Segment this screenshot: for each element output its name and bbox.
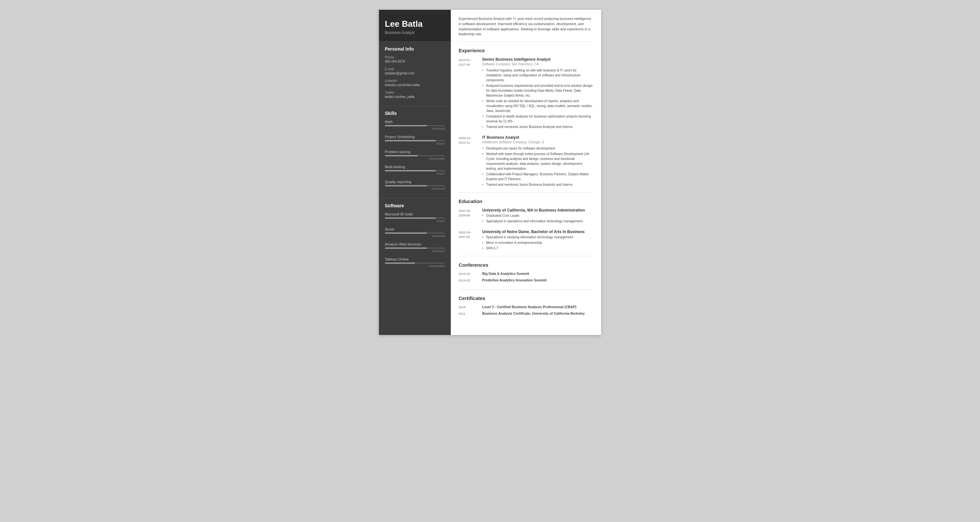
contact-label: LinkedIn (385, 79, 445, 83)
education-container: 2007-09 -2009-06 University of Californi… (459, 208, 593, 251)
certificates-section: Certificates 2016 Level 3 - Certified Bu… (459, 295, 593, 322)
conference-entry: 2015-03 Big Data & Analytics Summit (459, 271, 593, 276)
software-level: Advanced (385, 235, 445, 238)
skill-bar-fill (385, 170, 436, 171)
skill-name: Project Scheduling (385, 135, 445, 139)
software-section: Software Microsoft BI Suite Expert Azure… (379, 198, 451, 276)
skills-section: Skills Math Advanced Project Scheduling … (379, 106, 451, 198)
entry-title: University of Notre Dame, Bachelor of Ar… (482, 230, 593, 234)
skill-level: Intermediate (385, 157, 445, 160)
entry-title: Senior Business Intelligence Analyst (482, 57, 593, 62)
entry-date: 2009-10 -2012-12 (459, 135, 482, 188)
experience-entry: 2009-10 -2012-12 IT Business Analyst Hea… (459, 135, 593, 188)
software-bar-bg (385, 248, 445, 249)
skill-bar-fill (385, 125, 427, 126)
bullet-item: Graduated Cum Laude. (482, 213, 593, 218)
entry-subtitle: Healthcare Software Company, Chicago, IL (482, 140, 593, 144)
sidebar-header: Lee Batla Business Analyst (379, 10, 451, 41)
resume-wrapper: Lee Batla Business Analyst Personal Info… (379, 10, 601, 335)
skill-level: Advanced (385, 187, 445, 190)
conf-name: Predictive Analytics Innovation Summit (482, 278, 593, 282)
entry-bullets: Traveled regularly, working on-site with… (482, 68, 593, 129)
personal-info-section: Personal Info Phone455-555-5676E-mailbat… (379, 41, 451, 106)
entry-bullets: Specialized in studying information tech… (482, 235, 593, 251)
software-container: Microsoft BI Suite Expert Azure Advanced… (385, 212, 445, 268)
conferences-section: Conferences 2015-03 Big Data & Analytics… (459, 262, 593, 290)
skill-level: Expert (385, 142, 445, 145)
contact-label: Twitter (385, 91, 445, 94)
bullet-item: Minor in innovation & entrepreneurship (482, 240, 593, 245)
skill-item: Problem solving Intermediate (385, 150, 445, 160)
bullet-item: GPA 3.7 (482, 246, 593, 251)
bullet-item: Trained and mentored Junior Business Ana… (482, 182, 593, 187)
skills-container: Math Advanced Project Scheduling Expert … (385, 120, 445, 190)
skill-level: Advanced (385, 127, 445, 130)
software-item: Microsoft BI Suite Expert (385, 212, 445, 223)
software-item: Azure Advanced (385, 227, 445, 238)
contact-item: E-mailbatlalee@gmail.com (385, 67, 445, 75)
main-content: Experienced Business Analyst with 7+ yea… (451, 10, 601, 335)
contact-value: 455-555-5676 (385, 60, 445, 63)
certificates-container: 2016 Level 3 - Certified Business Analys… (459, 305, 593, 315)
software-bar-fill (385, 232, 427, 234)
conferences-container: 2015-03 Big Data & Analytics Summit 2014… (459, 271, 593, 282)
education-entry: 2007-09 -2009-06 University of Californi… (459, 208, 593, 224)
bullet-item: Developed use cases for software develop… (482, 146, 593, 151)
experience-title: Experience (459, 48, 593, 53)
candidate-name: Lee Batla (385, 19, 445, 29)
summary-text: Experienced Business Analyst with 7+ yea… (459, 16, 593, 42)
bullet-item: Collaborated with Project Managers, Busi… (482, 172, 593, 181)
conf-name: Big Data & Analytics Summit (482, 271, 593, 276)
software-name: Microsoft BI Suite (385, 212, 445, 216)
skill-name: Math (385, 120, 445, 124)
personal-info-title: Personal Info (385, 46, 445, 52)
contact-label: Phone (385, 56, 445, 59)
entry-title: University of California, MA in Business… (482, 208, 593, 213)
conf-date: 2015-03 (459, 271, 482, 276)
bullet-item: Analyzed business requirements and provi… (482, 83, 593, 98)
skill-name: Multi-tasking (385, 165, 445, 169)
entry-date: 2002-09 -2007-06 (459, 230, 482, 251)
skill-level: Expert (385, 172, 445, 175)
skill-item: Math Advanced (385, 120, 445, 130)
education-title: Education (459, 198, 593, 204)
skills-title: Skills (385, 111, 445, 116)
bullet-item: Trained and mentored Junior Business Ana… (482, 124, 593, 129)
entry-date: 2007-09 -2009-06 (459, 208, 482, 224)
entry-content: University of California, MA in Business… (482, 208, 593, 224)
education-section: Education 2007-09 -2009-06 University of… (459, 198, 593, 256)
certificate-entry: 2011 Business Analysis Certificate, Univ… (459, 311, 593, 315)
skill-bar-bg (385, 185, 445, 186)
contact-item: LinkedInlinkedin.com/in/lee.balta (385, 79, 445, 87)
skill-bar-fill (385, 140, 436, 141)
bullet-item: Worked with team through entire process … (482, 151, 593, 171)
bullet-item: Specialized in operations and informatio… (482, 219, 593, 224)
education-entry: 2002-09 -2007-06 University of Notre Dam… (459, 230, 593, 251)
contact-value: batlalee@gmail.com (385, 71, 445, 75)
contact-label: E-mail (385, 67, 445, 71)
skill-bar-bg (385, 170, 445, 171)
experience-container: 2013-01 -2017-06 Senior Business Intelli… (459, 57, 593, 188)
bullet-item: Wrote code as needed for development of … (482, 98, 593, 113)
contact-item: Phone455-555-5676 (385, 56, 445, 63)
software-name: Azure (385, 227, 445, 231)
software-bar-bg (385, 262, 445, 264)
skill-bar-fill (385, 155, 418, 156)
entry-date: 2013-01 -2017-06 (459, 57, 482, 130)
cert-name: Level 3 - Certified Business Analysis Pr… (482, 305, 593, 309)
software-title: Software (385, 203, 445, 208)
entry-content: IT Business Analyst Healthcare Software … (482, 135, 593, 188)
skill-bar-bg (385, 125, 445, 126)
software-bar-fill (385, 262, 415, 264)
cert-date: 2016 (459, 305, 482, 309)
bullet-item: Completed in-depth analyses for business… (482, 114, 593, 124)
contact-value: linkedin.com/in/lee.balta (385, 83, 445, 87)
bullet-item: Traveled regularly, working on-site with… (482, 68, 593, 83)
skill-bar-bg (385, 155, 445, 156)
conf-date: 2014-02 (459, 278, 482, 282)
software-level: Advanced (385, 249, 445, 253)
software-item: Amazon Web Services Advanced (385, 242, 445, 253)
software-level: Expert (385, 219, 445, 223)
sidebar: Lee Batla Business Analyst Personal Info… (379, 10, 451, 335)
software-name: Tableau Online (385, 257, 445, 261)
